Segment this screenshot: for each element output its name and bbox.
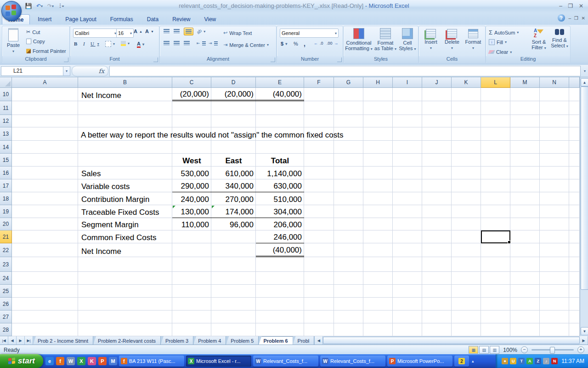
zoom-slider[interactable] bbox=[531, 349, 574, 351]
cell-D19[interactable]: 174,000 bbox=[211, 205, 256, 218]
row-header-10[interactable]: 10 bbox=[0, 88, 12, 101]
taskbar-window-word[interactable]: WRelevant_Costs_f... bbox=[320, 356, 385, 367]
zoom-slider-thumb[interactable] bbox=[550, 347, 555, 354]
taskbar-window-firefox[interactable]: fBA 213 W11 (Pasc... bbox=[119, 356, 184, 367]
format-painter-button[interactable]: Format Painter bbox=[26, 48, 66, 54]
sheet-tab-problem-2-relevant-costs[interactable]: Problem 2-Relevant costs bbox=[93, 336, 161, 345]
font-size-select[interactable]: 16▾ bbox=[116, 29, 134, 38]
cell-B17[interactable]: Variable costs bbox=[78, 179, 172, 192]
tray-shield-icon[interactable]: U bbox=[510, 358, 516, 364]
taskbar-chevron-icon[interactable]: ▴ bbox=[472, 359, 474, 363]
column-header-J[interactable]: J bbox=[422, 77, 452, 88]
row-header-19[interactable]: 19 bbox=[0, 205, 12, 218]
sort-filter-button[interactable]: A Z Sort &Filter ▾ bbox=[528, 28, 549, 50]
cell-E10[interactable]: (40,000) bbox=[256, 88, 304, 101]
cell-E16[interactable]: 1,140,000 bbox=[256, 167, 304, 179]
tray-netscape-icon[interactable]: N bbox=[551, 358, 558, 364]
column-header-F[interactable]: F bbox=[304, 77, 334, 88]
autosum-button[interactable]: ΣAutoSum▾ bbox=[489, 29, 519, 36]
cell-C16[interactable]: 530,000 bbox=[172, 167, 211, 179]
font-dialog-launcher-icon[interactable] bbox=[153, 58, 158, 62]
last-sheet-icon[interactable]: ▶| bbox=[25, 336, 33, 345]
cell-styles-button[interactable]: CellStyles ▾ bbox=[398, 28, 417, 51]
cell-E15[interactable]: Total bbox=[256, 154, 304, 167]
help-icon[interactable]: ? bbox=[558, 14, 565, 22]
column-header-N[interactable]: N bbox=[540, 77, 569, 88]
conditional-formatting-button[interactable]: ConditionalFormatting ▾ bbox=[345, 28, 373, 51]
ribbon-tab-view[interactable]: View bbox=[198, 14, 222, 24]
column-header-C[interactable]: C bbox=[172, 77, 211, 88]
cell-B16[interactable]: Sales bbox=[78, 167, 172, 179]
number-format-select[interactable]: General▾ bbox=[280, 29, 339, 38]
cell-E18[interactable]: 510,000 bbox=[256, 192, 304, 205]
cell-B13[interactable]: A better way to report the results would… bbox=[81, 127, 343, 141]
row-header-16[interactable]: 16 bbox=[0, 167, 12, 179]
align-left-button[interactable] bbox=[164, 41, 170, 45]
row-header-27[interactable]: 27 bbox=[0, 310, 12, 323]
sheet-tab-problem-6[interactable]: Problem 6 bbox=[259, 336, 293, 345]
row-header-17[interactable]: 17 bbox=[0, 179, 12, 192]
cell-E20[interactable]: 206,000 bbox=[256, 218, 304, 230]
taskbar-window-word[interactable]: WRelevant_Costs_f... bbox=[253, 356, 318, 367]
cell-C20[interactable]: 110,000 bbox=[172, 218, 211, 230]
cell-B21[interactable]: Common Fixed Costs bbox=[78, 230, 172, 243]
currency-button[interactable]: $▾ bbox=[281, 41, 287, 46]
cell-D15[interactable]: East bbox=[211, 154, 256, 167]
tray-update-globe-icon[interactable]: ● bbox=[502, 358, 508, 364]
underline-button[interactable]: U ▾ bbox=[90, 41, 99, 46]
row-header-25[interactable]: 25 bbox=[0, 285, 12, 298]
column-header-stub[interactable] bbox=[569, 77, 580, 88]
prev-sheet-icon[interactable]: ◀ bbox=[8, 336, 17, 345]
italic-button[interactable]: I bbox=[83, 41, 85, 46]
cell-C18[interactable]: 240,000 bbox=[172, 192, 211, 205]
row-header-15[interactable]: 15 bbox=[0, 154, 12, 167]
cell-D20[interactable]: 96,000 bbox=[211, 218, 256, 230]
tray-tools-icon[interactable]: T bbox=[518, 358, 525, 364]
row-header-23[interactable]: 23 bbox=[0, 257, 12, 272]
cell-C17[interactable]: 290,000 bbox=[172, 179, 211, 192]
column-header-I[interactable]: I bbox=[393, 77, 422, 88]
shrink-font-button[interactable]: A▼ bbox=[145, 29, 154, 34]
cell-B18[interactable]: Contribution Margin bbox=[78, 192, 172, 205]
quick-launch-mail-icon[interactable]: M bbox=[109, 357, 117, 365]
quick-launch-password-manager-icon[interactable]: K bbox=[88, 357, 96, 365]
cell-B10[interactable]: Net Income bbox=[78, 88, 172, 101]
workbook-controls[interactable]: – ❐ ✕ bbox=[569, 16, 586, 21]
tray-volume-icon[interactable]: ♪ bbox=[543, 358, 549, 364]
column-header-E[interactable]: E bbox=[256, 77, 304, 88]
first-sheet-icon[interactable]: |◀ bbox=[0, 336, 8, 345]
ribbon-tab-data[interactable]: Data bbox=[141, 14, 164, 24]
decrease-decimal-button[interactable]: .00→ bbox=[327, 41, 339, 46]
cell-C10[interactable]: (20,000) bbox=[172, 88, 211, 101]
vertical-scrollbar[interactable]: ▲ ▼ bbox=[580, 77, 588, 336]
format-cells-button[interactable]: Format▾ bbox=[464, 29, 482, 50]
worksheet-grid[interactable]: ABCDEFGHIJKLMN10111213141516171819202122… bbox=[0, 77, 580, 336]
zoom-level[interactable]: 100% bbox=[503, 347, 517, 353]
middle-align-button[interactable] bbox=[174, 29, 180, 33]
clear-button[interactable]: Clear▾ bbox=[489, 49, 512, 55]
bold-button[interactable]: B bbox=[74, 41, 77, 46]
clipboard-dialog-launcher-icon[interactable] bbox=[64, 58, 68, 62]
decrease-indent-button[interactable]: ⇤ bbox=[197, 41, 206, 46]
grow-font-button[interactable]: A▲ bbox=[134, 29, 142, 34]
hscroll-right-icon[interactable]: ▶ bbox=[580, 336, 588, 345]
top-align-button[interactable] bbox=[164, 29, 170, 33]
window-controls[interactable]: – ❐ ✕ bbox=[559, 3, 584, 9]
scroll-down-icon[interactable]: ▼ bbox=[581, 327, 588, 335]
quick-launch-word-icon[interactable]: W bbox=[67, 357, 75, 365]
row-header-11[interactable]: 11 bbox=[0, 101, 12, 115]
cell-D16[interactable]: 610,000 bbox=[211, 167, 256, 179]
align-center-button[interactable] bbox=[174, 41, 180, 45]
cell-E21[interactable]: 246,000 bbox=[256, 230, 304, 243]
format-as-table-button[interactable]: Formatas Table ▾ bbox=[374, 28, 397, 51]
normal-view-button[interactable]: ▦ bbox=[469, 346, 478, 354]
zoom-in-icon[interactable]: + bbox=[577, 346, 584, 353]
zoom-out-icon[interactable]: − bbox=[521, 346, 528, 353]
ribbon-tab-page-layout[interactable]: Page Layout bbox=[59, 14, 102, 24]
cell-D10[interactable]: (20,000) bbox=[211, 88, 256, 101]
find-select-button[interactable]: Find &Select ▾ bbox=[550, 28, 569, 48]
column-header-A[interactable]: A bbox=[12, 77, 78, 88]
column-header-K[interactable]: K bbox=[452, 77, 481, 88]
cell-B20[interactable]: Segment Margin bbox=[78, 218, 172, 230]
quick-launch-photo-app-icon[interactable]: P bbox=[98, 357, 107, 365]
